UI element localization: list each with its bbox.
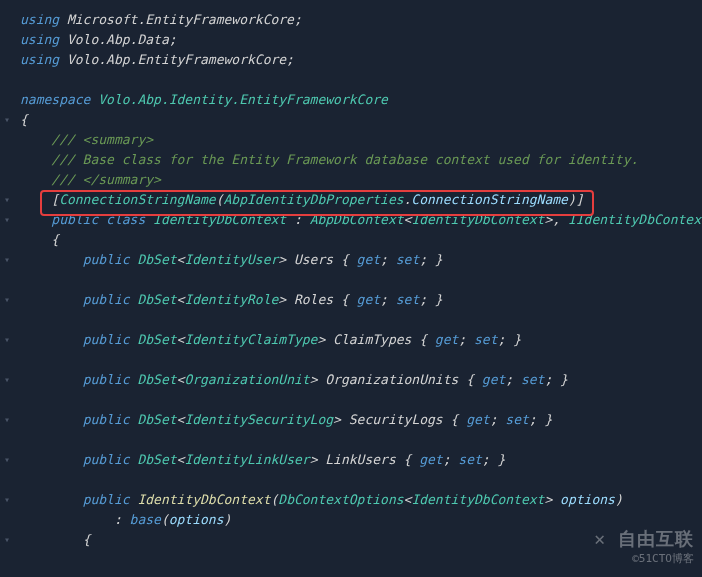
- code-line: : base(options): [0, 510, 702, 530]
- code-line: ▾{: [0, 110, 702, 130]
- code-line: ▾ public DbSet<IdentitySecurityLog> Secu…: [0, 410, 702, 430]
- code-line: [0, 470, 702, 490]
- fold-icon[interactable]: ▾: [2, 110, 12, 130]
- watermark-sub: ©51CTO博客: [594, 549, 694, 569]
- watermark: ✕ 自由互联 ©51CTO博客: [594, 529, 694, 569]
- code-line: [0, 270, 702, 290]
- code-line: [0, 390, 702, 410]
- fold-icon[interactable]: ▾: [2, 330, 12, 350]
- code-line: ▾ public DbSet<IdentityLinkUser> LinkUse…: [0, 450, 702, 470]
- fold-icon[interactable]: ▾: [2, 530, 12, 550]
- code-line: [0, 310, 702, 330]
- code-line: ▾ public IdentityDbContext(DbContextOpti…: [0, 490, 702, 510]
- fold-icon[interactable]: ▾: [2, 250, 12, 270]
- code-line: [0, 70, 702, 90]
- code-line: /// </summary>: [0, 170, 702, 190]
- fold-icon[interactable]: ▾: [2, 210, 12, 230]
- fold-icon[interactable]: ▾: [2, 190, 12, 210]
- code-line: [0, 350, 702, 370]
- code-line: ▾ [ConnectionStringName(AbpIdentityDbPro…: [0, 190, 702, 210]
- code-line: ▾ public DbSet<IdentityClaimType> ClaimT…: [0, 330, 702, 350]
- code-line: /// Base class for the Entity Framework …: [0, 150, 702, 170]
- code-line: ▾ public DbSet<IdentityRole> Roles { get…: [0, 290, 702, 310]
- fold-icon[interactable]: ▾: [2, 450, 12, 470]
- code-line: using Volo.Abp.Data;: [0, 30, 702, 50]
- fold-icon[interactable]: ▾: [2, 290, 12, 310]
- code-line: ▾ public class IdentityDbContext : AbpDb…: [0, 210, 702, 230]
- fold-icon[interactable]: ▾: [2, 410, 12, 430]
- code-line: using Microsoft.EntityFrameworkCore;: [0, 10, 702, 30]
- fold-icon[interactable]: ▾: [2, 370, 12, 390]
- code-line: {: [0, 230, 702, 250]
- code-line: namespace Volo.Abp.Identity.EntityFramew…: [0, 90, 702, 110]
- code-line: ▾ public DbSet<OrganizationUnit> Organiz…: [0, 370, 702, 390]
- code-editor[interactable]: using Microsoft.EntityFrameworkCore; usi…: [0, 0, 702, 550]
- watermark-logo: ✕ 自由互联: [594, 529, 694, 549]
- code-line: /// <summary>: [0, 130, 702, 150]
- fold-icon[interactable]: ▾: [2, 490, 12, 510]
- code-line: using Volo.Abp.EntityFrameworkCore;: [0, 50, 702, 70]
- code-line: [0, 430, 702, 450]
- code-line: ▾ public DbSet<IdentityUser> Users { get…: [0, 250, 702, 270]
